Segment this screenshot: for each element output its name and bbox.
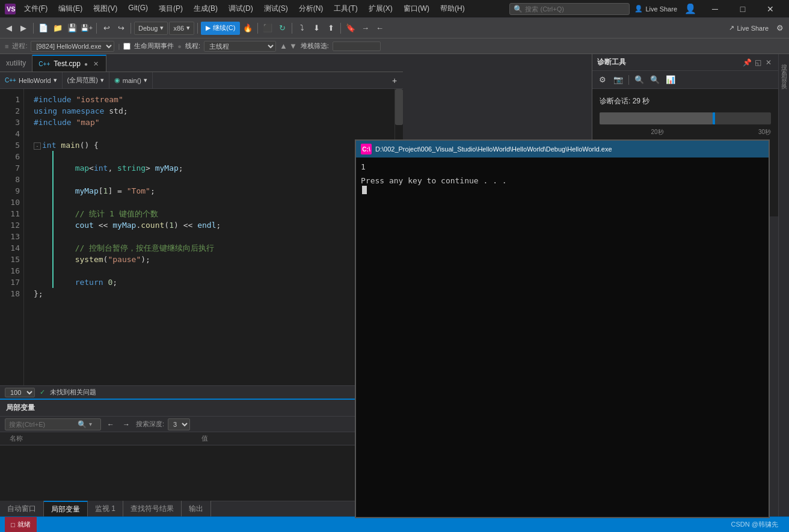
title-bar: VS 文件(F) 编辑(E) 视图(V) Git(G) 项目(P) 生成(B) … — [0, 0, 789, 18]
function-dropdown[interactable]: ◉ main() ▾ — [109, 72, 153, 89]
console-content: 1 Press any key to continue . . . — [356, 157, 769, 517]
close-button[interactable]: ✕ — [757, 0, 784, 18]
toolbar-settings-button[interactable]: ⚙ — [773, 22, 787, 35]
editor-tab-bar: xutility C++ Test.cpp ● ✕ — [0, 54, 403, 72]
tab-close-button[interactable]: ✕ — [91, 60, 100, 68]
menu-git[interactable]: Git(G) — [123, 2, 153, 15]
bottom-search-input[interactable] — [9, 421, 75, 428]
lifecycle-label: 生命周期事件 — [134, 41, 174, 50]
bookmark-button[interactable]: 🔖 — [344, 22, 357, 35]
tab-test-cpp[interactable]: C++ Test.cpp ● ✕ — [32, 55, 106, 72]
menu-file[interactable]: 文件(F) — [19, 2, 52, 15]
diag-zoom-in-btn[interactable]: 🔍 — [633, 73, 646, 87]
open-file-button[interactable]: 📁 — [51, 22, 64, 35]
new-file-button[interactable]: 📄 — [37, 22, 50, 35]
toolbar-separator-3 — [130, 23, 131, 34]
restart-button[interactable]: ↻ — [275, 22, 289, 35]
menu-window[interactable]: 窗口(W) — [399, 2, 434, 15]
step-out-button[interactable]: ⬆ — [324, 22, 337, 35]
menu-analyze[interactable]: 分析(N) — [294, 2, 328, 15]
bottom-nav-back[interactable]: ← — [105, 418, 117, 430]
depth-select[interactable]: 3 — [168, 418, 190, 430]
menu-test[interactable]: 测试(S) — [259, 2, 293, 15]
process-select[interactable]: [9824] HelloWorld.exe — [31, 41, 114, 52]
tab-auto-window[interactable]: 自动窗口 — [0, 501, 44, 516]
code-line-3: #include "map" — [34, 117, 394, 128]
diag-close-button[interactable]: ✕ — [764, 58, 773, 67]
add-member-button[interactable]: + — [386, 72, 403, 89]
scrollbar-thumb[interactable] — [395, 89, 403, 125]
tab-output[interactable]: 输出 — [182, 501, 211, 516]
menu-view[interactable]: 视图(V) — [88, 2, 122, 15]
continue-label: 继续(C) — [213, 23, 235, 32]
diagnostics-title-bar: 诊断工具 📌 ◱ ✕ — [592, 54, 778, 71]
menu-extensions[interactable]: 扩展(X) — [364, 2, 398, 15]
diag-camera-btn[interactable]: 📷 — [612, 73, 625, 87]
code-line-8 — [34, 174, 394, 185]
stack-filter-input[interactable] — [333, 41, 381, 51]
menu-debug[interactable]: 调试(D) — [224, 2, 258, 15]
nav-back-btn[interactable]: ← — [373, 22, 386, 35]
nav-fwd-btn[interactable]: → — [358, 22, 372, 35]
menu-build[interactable]: 生成(B) — [189, 2, 223, 15]
code-line-7: map<int, string> myMap; — [34, 162, 394, 174]
tab-dot: ● — [84, 61, 88, 67]
rsb-item-3[interactable]: 和 — [779, 66, 790, 71]
stack-down-icon[interactable]: ▼ — [289, 41, 297, 50]
right-sidebar: 搜 索 和 替 换 — [778, 54, 789, 516]
minimize-button[interactable]: ─ — [701, 0, 729, 18]
process-label: 进程: — [12, 41, 27, 50]
tab-watch1[interactable]: 监视 1 — [88, 501, 123, 516]
stack-up-icon[interactable]: ▲ — [280, 41, 287, 50]
lifecycle-checkbox[interactable] — [123, 43, 130, 50]
diag-settings-btn[interactable]: ⚙ — [596, 73, 609, 87]
live-share-label: Live Share — [645, 5, 677, 13]
zoom-select[interactable]: 100 % — [5, 388, 35, 397]
diag-float-button[interactable]: ◱ — [753, 58, 763, 67]
back-button[interactable]: ◀ — [2, 22, 16, 35]
code-area: 1 2 3 4 5 6 7 8 9 10 11 12 13 14 15 16 1… — [0, 89, 403, 399]
code-line-17: return 0; — [34, 277, 394, 288]
live-share-button[interactable]: 👤 Live Share — [630, 4, 682, 14]
menu-project[interactable]: 项目(P) — [154, 2, 188, 15]
title-search-box[interactable]: 🔍 — [509, 3, 630, 15]
tab-xutility-label: xutility — [6, 59, 26, 67]
status-error-panel[interactable]: □ 就绪 — [5, 517, 37, 533]
toolbar-separator-5 — [257, 23, 258, 34]
maximize-button[interactable]: □ — [729, 0, 757, 18]
continue-button[interactable]: ▶ 继续(C) — [201, 22, 240, 35]
scope-dropdown[interactable]: (全局范围) ▾ — [63, 72, 109, 89]
redo-button[interactable]: ↪ — [114, 22, 127, 35]
tab-xutility[interactable]: xutility — [0, 55, 32, 72]
rsb-item-5[interactable]: 换 — [779, 76, 790, 81]
diag-pin-button[interactable]: 📌 — [742, 58, 752, 67]
save-all-button[interactable]: 💾+ — [80, 22, 93, 35]
search-input[interactable] — [525, 5, 609, 13]
step-over-button[interactable]: ⤵ — [295, 22, 309, 35]
bottom-nav-fwd[interactable]: → — [120, 418, 132, 430]
bottom-search-box[interactable]: 🔍 ▾ — [5, 418, 101, 430]
stop-button[interactable]: ⬛ — [261, 22, 274, 35]
tab-symbol-search[interactable]: 查找符号结果 — [123, 501, 182, 516]
hot-reload-button[interactable]: 🔥 — [241, 22, 254, 35]
function-label: main() — [123, 77, 141, 84]
save-button[interactable]: 💾 — [66, 22, 79, 35]
rsb-item-2[interactable]: 索 — [779, 61, 790, 66]
thread-select[interactable]: 主线程 — [204, 41, 276, 52]
file-dropdown[interactable]: C++ HelloWorld ▾ — [0, 72, 63, 89]
code-editor[interactable]: #include "iostream" using namespace std;… — [24, 89, 394, 399]
diag-chart-btn[interactable]: 📊 — [664, 73, 677, 87]
diag-zoom-out-btn[interactable]: 🔍 — [648, 73, 662, 87]
debug-config-dropdown[interactable]: Debug ▾ — [134, 22, 168, 35]
tab-locals[interactable]: 局部变量 — [44, 501, 88, 516]
undo-button[interactable]: ↩ — [100, 22, 113, 35]
menu-edit[interactable]: 编辑(E) — [54, 2, 87, 15]
menu-help[interactable]: 帮助(H) — [435, 2, 470, 15]
rsb-item-4[interactable]: 替 — [779, 71, 790, 76]
step-into-button[interactable]: ⬇ — [310, 22, 323, 35]
menu-tools[interactable]: 工具(T) — [329, 2, 362, 15]
live-share-toolbar-button[interactable]: ↗ Live Share — [724, 23, 773, 33]
platform-dropdown[interactable]: x86 ▾ — [169, 22, 194, 35]
rsb-item-1[interactable]: 搜 — [779, 57, 790, 61]
forward-button[interactable]: ▶ — [17, 22, 30, 35]
